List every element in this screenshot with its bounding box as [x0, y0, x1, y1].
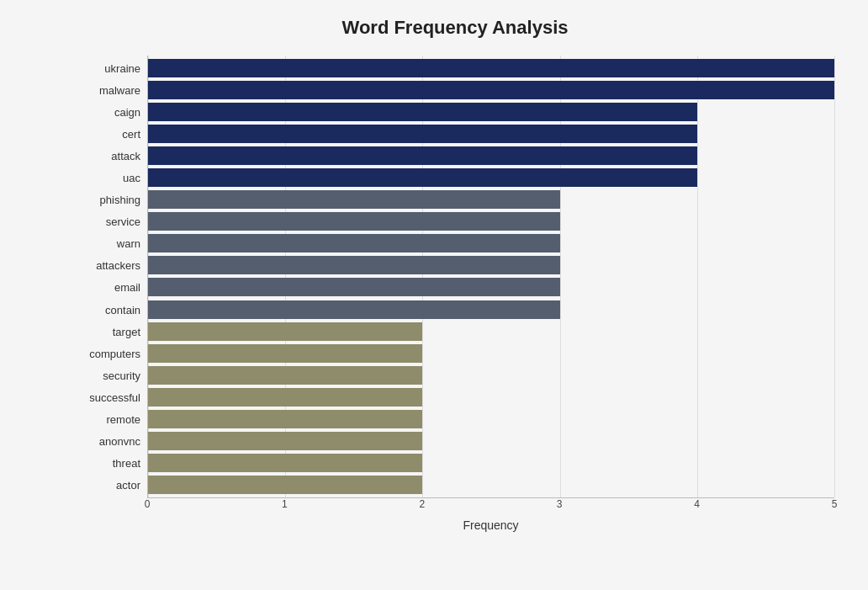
bar-ukraine — [148, 59, 834, 77]
bar-row — [148, 189, 834, 210]
bar-row — [148, 276, 834, 298]
y-label-malware: malware — [76, 79, 147, 101]
y-label-cert: cert — [76, 123, 147, 145]
bar-row — [148, 123, 834, 145]
bar-cert — [148, 125, 697, 143]
bar-successful — [148, 388, 422, 407]
x-tick-label: 1 — [282, 498, 288, 510]
bar-row — [148, 343, 834, 364]
x-tick-label: 5 — [832, 498, 838, 510]
bar-phishing — [148, 190, 560, 209]
y-label-successful: successful — [76, 386, 147, 408]
x-axis-ticks: 012345 — [147, 498, 834, 515]
y-label-phishing: phishing — [76, 189, 147, 211]
bar-row — [148, 408, 834, 430]
bar-row — [148, 364, 834, 386]
x-tick-label: 4 — [694, 498, 700, 510]
chart-title: Word Frequency Analysis — [76, 17, 834, 39]
bar-uac — [148, 168, 697, 187]
x-axis-label: Frequency — [147, 518, 834, 532]
y-label-anonvnc: anonvnc — [76, 431, 147, 453]
y-label-service: service — [76, 211, 147, 233]
chart-container: Word Frequency Analysis ukrainemalwareca… — [0, 0, 868, 590]
bar-anonvnc — [148, 432, 422, 450]
y-label-contain: contain — [76, 299, 147, 321]
bar-service — [148, 212, 560, 231]
y-label-target: target — [76, 321, 147, 343]
bar-caign — [148, 103, 697, 121]
bar-row — [148, 79, 834, 101]
bar-row — [148, 386, 834, 408]
y-label-actor: actor — [76, 475, 147, 497]
bar-contain — [148, 300, 560, 319]
bar-row — [148, 57, 834, 79]
grid-line — [834, 56, 835, 497]
y-label-attackers: attackers — [76, 255, 147, 277]
x-tick-label: 0 — [145, 498, 151, 510]
bar-row — [148, 232, 834, 254]
y-label-warn: warn — [76, 233, 147, 255]
y-label-threat: threat — [76, 453, 147, 475]
y-label-uac: uac — [76, 167, 147, 189]
bar-row — [148, 321, 834, 343]
x-tick-label: 3 — [557, 498, 563, 510]
y-label-ukraine: ukraine — [76, 57, 147, 79]
bar-row — [148, 254, 834, 276]
bar-row — [148, 430, 834, 452]
y-label-caign: caign — [76, 101, 147, 123]
bar-email — [148, 278, 560, 296]
bar-threat — [148, 454, 422, 472]
x-tick-label: 2 — [419, 498, 425, 510]
bar-attack — [148, 146, 697, 165]
bar-row — [148, 452, 834, 474]
bar-row — [148, 474, 834, 496]
bar-security — [148, 366, 422, 385]
bar-attackers — [148, 256, 560, 274]
bar-row — [148, 145, 834, 167]
y-label-attack: attack — [76, 145, 147, 167]
y-axis-labels: ukrainemalwarecaigncertattackuacphishing… — [76, 56, 147, 498]
y-label-computers: computers — [76, 343, 147, 364]
bar-row — [148, 299, 834, 321]
bar-malware — [148, 81, 834, 99]
bar-actor — [148, 476, 422, 494]
bar-target — [148, 322, 422, 341]
plot-area — [147, 56, 834, 498]
bar-computers — [148, 344, 422, 363]
bar-row — [148, 101, 834, 123]
bar-row — [148, 210, 834, 232]
y-label-security: security — [76, 364, 147, 386]
y-label-remote: remote — [76, 409, 147, 431]
y-label-email: email — [76, 277, 147, 299]
bar-remote — [148, 410, 422, 428]
bar-warn — [148, 234, 560, 252]
bar-row — [148, 167, 834, 189]
